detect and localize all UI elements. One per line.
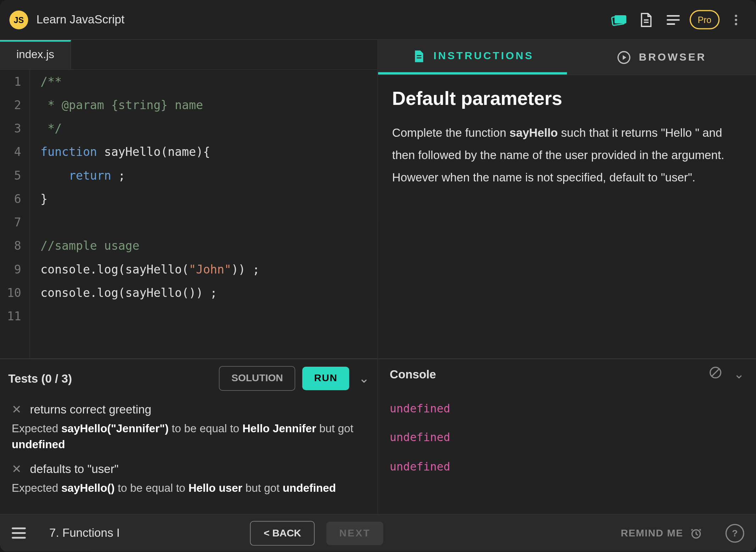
next-button[interactable]: NEXT (326, 521, 383, 545)
help-icon[interactable]: ? (726, 524, 744, 542)
code-content[interactable]: /** * @param {string} name */function sa… (29, 70, 377, 359)
test-message: Expected sayHello() to be equal to Hello… (12, 481, 366, 496)
js-logo: JS (9, 10, 28, 29)
solution-button[interactable]: SOLUTION (219, 366, 295, 391)
tab-instructions[interactable]: INSTRUCTIONS (378, 40, 567, 75)
test-item: ✕defaults to "user"Expected sayHello() t… (12, 462, 366, 496)
right-pane: INSTRUCTIONS BROWSER Default parameters … (378, 40, 756, 514)
left-pane: index.js 1234567891011 /** * @param {str… (0, 40, 378, 514)
svg-rect-8 (416, 57, 421, 58)
back-button[interactable]: < BACK (250, 521, 315, 546)
tab-instructions-label: INSTRUCTIONS (433, 50, 534, 62)
chapter-title: 7. Functions I (49, 526, 120, 540)
tab-browser[interactable]: BROWSER (567, 40, 756, 75)
main-split: index.js 1234567891011 /** * @param {str… (0, 40, 756, 514)
tab-browser-label: BROWSER (639, 51, 706, 63)
alarm-icon (690, 527, 702, 539)
file-tab-indexjs[interactable]: index.js (0, 40, 71, 69)
file-tabs: index.js (0, 40, 377, 70)
test-item: ✕returns correct greetingExpected sayHel… (12, 402, 366, 452)
close-icon: ✕ (12, 462, 22, 476)
remind-me-label: REMIND ME (621, 527, 683, 539)
close-icon: ✕ (12, 402, 22, 417)
test-message: Expected sayHello("Jennifer") to be equa… (12, 421, 366, 452)
test-name: returns correct greeting (30, 403, 151, 416)
chevron-down-icon[interactable]: ⌄ (734, 367, 744, 382)
run-button[interactable]: RUN (302, 367, 349, 390)
flashcards-icon[interactable] (609, 9, 630, 30)
right-tabs: INSTRUCTIONS BROWSER (378, 40, 756, 75)
clear-console-icon[interactable] (709, 366, 722, 382)
console-line: undefined (390, 423, 744, 452)
document-icon[interactable] (635, 9, 657, 30)
instructions-heading: Default parameters (392, 88, 742, 109)
menu-lines-icon[interactable] (662, 9, 684, 30)
console-line: undefined (390, 452, 744, 481)
remind-me-button[interactable]: REMIND ME (621, 527, 702, 539)
svg-rect-1 (614, 15, 626, 23)
app-window: JS Learn JavaScript Pro index.js 1234567… (0, 0, 756, 552)
instructions-content: Default parameters Complete the function… (378, 75, 756, 359)
header: JS Learn JavaScript Pro (0, 0, 756, 40)
line-gutter: 1234567891011 (0, 70, 29, 359)
console-line: undefined (390, 394, 744, 423)
chevron-down-icon[interactable]: ⌄ (359, 371, 369, 386)
console-header: Console ⌄ (378, 359, 756, 389)
code-editor[interactable]: 1234567891011 /** * @param {string} name… (0, 70, 377, 359)
tests-panel: Tests (0 / 3) SOLUTION RUN ⌄ ✕returns co… (0, 359, 377, 514)
tests-header: Tests (0 / 3) SOLUTION RUN ⌄ (0, 359, 377, 398)
instructions-body: Complete the function sayHello such that… (392, 122, 742, 188)
pro-badge[interactable]: Pro (689, 10, 719, 29)
hamburger-icon[interactable] (12, 528, 26, 539)
svg-rect-7 (416, 55, 421, 56)
test-name: defaults to "user" (30, 462, 118, 475)
app-title: Learn JavaScript (37, 13, 125, 26)
console-panel: Console ⌄ undefinedundefinedundefined (378, 359, 756, 514)
svg-line-11 (712, 369, 719, 376)
more-options-icon[interactable] (726, 9, 747, 30)
console-title: Console (390, 367, 436, 381)
footer: 7. Functions I < BACK NEXT REMIND ME ? (0, 514, 756, 552)
tests-body: ✕returns correct greetingExpected sayHel… (0, 398, 377, 514)
tests-title: Tests (0 / 3) (8, 372, 72, 385)
console-body: undefinedundefinedundefined (378, 390, 756, 514)
